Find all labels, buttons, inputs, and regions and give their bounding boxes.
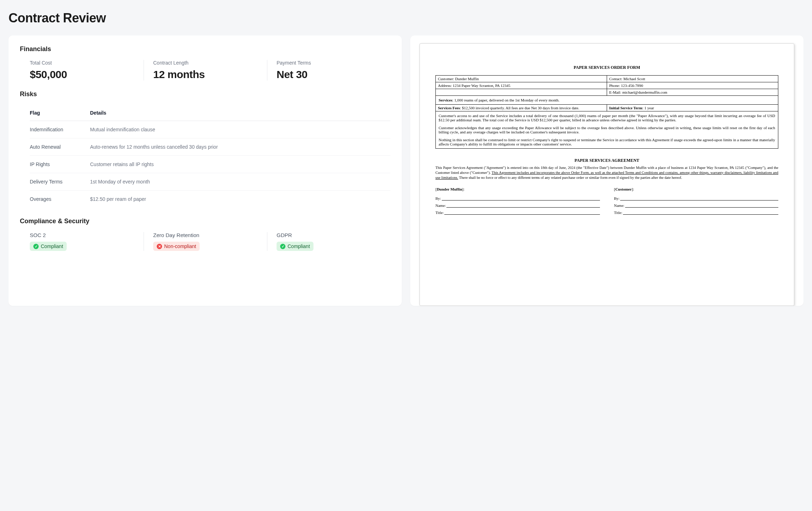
page-title: Contract Review — [9, 11, 803, 26]
risk-flag: Auto Renewal — [30, 144, 90, 150]
compliance-zero-day: Zero Day Retention ✕ Non-compliant — [153, 232, 267, 251]
summary-card: Financials Total Cost $50,000 Contract L… — [9, 35, 402, 306]
document-preview-card: PAPER SERVICES ORDER FORM Customer: Dund… — [410, 35, 803, 306]
sig-rule — [442, 200, 600, 200]
financials-heading: Financials — [20, 45, 390, 53]
status-badge: ✓ Compliant — [30, 242, 67, 251]
signature-block: [Dunder Muffin]: By: Name: Title: [Custo… — [435, 187, 778, 218]
column-header-flag: Flag — [30, 110, 90, 116]
sig-rule — [623, 214, 778, 215]
financials-metrics: Total Cost $50,000 Contract Length 12 mo… — [20, 60, 390, 81]
doc-label: E-Mail: — [609, 90, 621, 94]
separator — [144, 60, 144, 81]
table-row: IP Rights Customer retains all IP rights — [30, 156, 390, 173]
sig-label: By: — [614, 196, 620, 200]
metric-contract-length: Contract Length 12 months — [153, 60, 267, 81]
sig-name-line: Name: — [614, 203, 779, 208]
check-circle-icon: ✓ — [33, 244, 39, 249]
doc-customer-cell: Customer: Dunder Muffin — [436, 76, 607, 82]
compliance-items: SOC 2 ✓ Compliant Zero Day Retention ✕ N… — [20, 232, 390, 251]
risk-details: Customer retains all IP rights — [90, 161, 390, 167]
compliance-gdpr: GDPR ✓ Compliant — [277, 232, 390, 251]
signature-company: [Dunder Muffin]: By: Name: Title: — [435, 187, 600, 218]
sig-rule — [444, 214, 600, 215]
metric-label: Contract Length — [153, 60, 261, 66]
document-header-table: Customer: Dunder Muffin Contact: Michael… — [435, 75, 778, 111]
doc-label: Phone: — [609, 83, 620, 88]
table-row: Delivery Terms 1st Monday of every month — [30, 173, 390, 191]
risk-flag: Overages — [30, 196, 90, 202]
sig-label: Name: — [435, 203, 446, 208]
sig-party: Customer — [615, 187, 632, 191]
risk-details: 1st Monday of every month — [90, 179, 390, 185]
doc-contact-cell: Contact: Michael Scott — [607, 76, 778, 82]
risks-table: Flag Details Indemnification Mutual inde… — [20, 105, 390, 208]
metric-value: $50,000 — [30, 68, 137, 81]
sig-rule — [446, 207, 600, 208]
status-text: Compliant — [41, 243, 63, 249]
separator — [144, 232, 144, 251]
doc-phone-cell: Phone: 123-456-7890 — [607, 82, 778, 89]
compliance-soc2: SOC 2 ✓ Compliant — [30, 232, 144, 251]
doc-fees-cell: Services Fees: $12,500 invoiced quarterl… — [436, 105, 607, 111]
separator — [267, 60, 267, 81]
metric-label: Payment Terms — [277, 60, 384, 66]
doc-value: 123-456-7890 — [621, 83, 643, 88]
status-text: Non-compliant — [164, 243, 196, 249]
risk-details: $12.50 per ream of paper — [90, 196, 390, 202]
sig-party-label: [Customer]: — [614, 187, 779, 191]
doc-value: Dunder Muffin — [455, 77, 479, 81]
document-agreement-title: PAPER SERVICES AGREEMENT — [435, 158, 778, 163]
status-badge: ✕ Non-compliant — [153, 242, 200, 251]
risk-flag: Indemnification — [30, 127, 90, 132]
separator — [267, 232, 267, 251]
x-circle-icon: ✕ — [157, 244, 162, 249]
doc-value: : 1,000 reams of paper, delivered on the… — [452, 98, 559, 102]
doc-label: Initial Service Term — [609, 106, 643, 110]
doc-paragraph: Nothing in this section shall be constru… — [439, 138, 775, 146]
doc-label: Contact: — [609, 77, 622, 81]
status-text: Compliant — [288, 243, 310, 249]
risks-table-header: Flag Details — [30, 105, 390, 121]
sig-name-line: Name: — [435, 203, 600, 208]
sig-title-line: Title: — [435, 210, 600, 215]
sig-rule — [625, 207, 778, 208]
check-circle-icon: ✓ — [280, 244, 285, 249]
doc-services-cell: Services: 1,000 reams of paper, delivere… — [436, 96, 778, 105]
risk-flag: IP Rights — [30, 161, 90, 167]
layout-two-column: Financials Total Cost $50,000 Contract L… — [9, 35, 803, 306]
risk-details: Mutual indemnification clause — [90, 127, 390, 132]
table-row: Auto Renewal Auto-renews for 12 months u… — [30, 138, 390, 156]
metric-label: Total Cost — [30, 60, 137, 66]
signature-customer: [Customer]: By: Name: Title: — [614, 187, 779, 218]
table-row: Overages $12.50 per ream of paper — [30, 191, 390, 208]
compliance-heading: Compliance & Security — [20, 218, 390, 225]
compliance-label: Zero Day Retention — [153, 232, 261, 238]
doc-text: There shall be no force or effect to any… — [458, 176, 682, 180]
doc-term-cell: Initial Service Term: 1 year — [607, 105, 778, 111]
doc-label: Services — [439, 98, 452, 102]
document-page[interactable]: PAPER SERVICES ORDER FORM Customer: Dund… — [419, 43, 794, 306]
document-order-form-title: PAPER SERVICES ORDER FORM — [435, 65, 778, 70]
doc-email-cell: E-Mail: michael@dundermuffin.com — [607, 89, 778, 96]
sig-label: Title: — [435, 210, 444, 215]
compliance-label: GDPR — [277, 232, 384, 238]
metric-value: Net 30 — [277, 68, 384, 81]
doc-paragraph: Customer's access to and use of the Serv… — [439, 114, 775, 122]
doc-value: : $12,500 invoiced quarterly. All fees a… — [460, 106, 579, 110]
table-row: Indemnification Mutual indemnification c… — [30, 121, 390, 138]
document-body: Customer's access to and use of the Serv… — [435, 111, 778, 149]
sig-label: By: — [435, 196, 441, 200]
status-badge: ✓ Compliant — [277, 242, 313, 251]
doc-value: michael@dundermuffin.com — [622, 90, 667, 94]
sig-label: Title: — [614, 210, 622, 215]
metric-payment-terms: Payment Terms Net 30 — [277, 60, 390, 81]
compliance-label: SOC 2 — [30, 232, 137, 238]
column-header-details: Details — [90, 110, 390, 116]
doc-value: : 1 year — [643, 106, 654, 110]
sig-party: Dunder Muffin — [437, 187, 462, 191]
doc-paragraph: Customer acknowledges that any usage exc… — [439, 126, 775, 134]
sig-label: Name: — [614, 203, 624, 208]
doc-label: Address: — [438, 83, 452, 88]
risk-details: Auto-renews for 12 months unless cancell… — [90, 144, 390, 150]
